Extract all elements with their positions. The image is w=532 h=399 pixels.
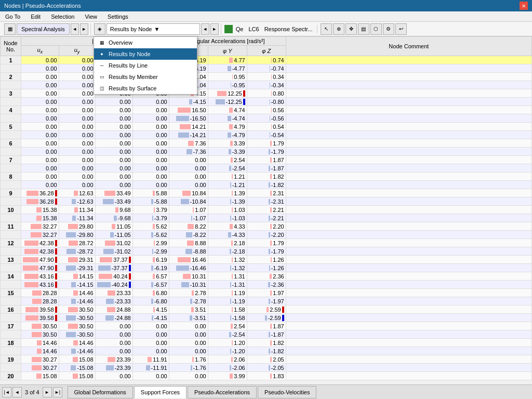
page-next-btn[interactable]: ► bbox=[43, 387, 52, 397]
tab-pseudo-velocities[interactable]: Pseudo-Velocities bbox=[258, 386, 316, 398]
table-cell-r2: 7.36 bbox=[169, 139, 208, 148]
data-table-container: NodeNo. |u| Angular Accelerations [rad/s… bbox=[0, 36, 532, 384]
close-button[interactable]: ✕ bbox=[520, 2, 528, 10]
table-cell-r1: 0.00 bbox=[21, 106, 59, 114]
table-cell-r1: 0.00 bbox=[95, 106, 132, 114]
table-cell-r1: 14.15 bbox=[59, 272, 95, 281]
table-cell-r1: -3.79 bbox=[132, 214, 169, 222]
table-cell-r2: 4.79 bbox=[208, 123, 247, 131]
table-cell-r1: 47.90 bbox=[21, 264, 59, 272]
table-cell-r2: -0.54 bbox=[247, 131, 286, 139]
node-number: 8 bbox=[1, 172, 21, 181]
cursor-icon[interactable]: ↖ bbox=[321, 23, 332, 35]
table-cell-r1: 0.00 bbox=[95, 181, 132, 189]
table-cell-comment bbox=[286, 347, 531, 355]
table-cell-r2: -1.79 bbox=[247, 247, 286, 256]
results-section: ◈ Results by Node ▼ ◄ ► bbox=[92, 23, 221, 35]
dropdown-overview[interactable]: ▦ Overview bbox=[94, 37, 197, 48]
spectral-label[interactable]: Spectral Analysis bbox=[17, 23, 70, 35]
header-uy: uy bbox=[59, 46, 95, 56]
pan-icon[interactable]: ✥ bbox=[345, 23, 357, 35]
table-cell-r1: 6.57 bbox=[132, 272, 169, 281]
tab-support-forces[interactable]: Support Forces bbox=[134, 386, 187, 398]
table-cell-r2: -1.76 bbox=[169, 364, 208, 372]
table-cell-r2: 10.31 bbox=[169, 272, 208, 281]
node-number: 3 bbox=[1, 89, 21, 98]
table-cell-comment bbox=[286, 98, 531, 106]
table-cell-r1: 15.08 bbox=[21, 372, 59, 380]
node-icon: ● bbox=[98, 50, 105, 58]
header-node-no: NodeNo. bbox=[1, 37, 21, 56]
table-cell-r2: 2.05 bbox=[247, 355, 286, 364]
table-cell-r1: 0.00 bbox=[59, 98, 95, 106]
table-cell-r1: -29.80 bbox=[59, 231, 95, 239]
table-cell-r1: 0.00 bbox=[21, 73, 59, 81]
table-cell-r1: 32.27 bbox=[21, 231, 59, 239]
table-cell-r1: 0.00 bbox=[21, 181, 59, 189]
spectral-section: ▦ Spectral Analysis ◄ ► bbox=[2, 23, 91, 35]
table-cell-r1: 23.39 bbox=[95, 355, 132, 364]
table-cell-comment bbox=[286, 355, 531, 364]
settings-icon[interactable]: ⚙ bbox=[383, 23, 394, 35]
spectral-next[interactable]: ► bbox=[80, 23, 88, 35]
table-cell-r1: 0.00 bbox=[59, 56, 95, 64]
menu-edit[interactable]: Edit bbox=[28, 13, 44, 20]
results-dropdown-btn[interactable]: Results by Node ▼ bbox=[107, 23, 200, 35]
export-icon[interactable]: ⬡ bbox=[370, 23, 382, 35]
node-number: 18 bbox=[1, 339, 21, 347]
table-cell-r1: 23.33 bbox=[95, 289, 132, 297]
dropdown-member-label: Results by Member bbox=[109, 74, 158, 80]
table-cell-r2: -1.31 bbox=[208, 281, 247, 289]
table-cell-comment bbox=[286, 81, 531, 89]
node-number: 14 bbox=[1, 272, 21, 281]
table-icon[interactable]: ▤ bbox=[358, 23, 369, 35]
menu-goto[interactable]: Go To bbox=[2, 13, 23, 20]
table-cell-r2: 1.83 bbox=[247, 372, 286, 380]
page-prev-btn[interactable]: ◄ bbox=[12, 387, 22, 397]
results-next[interactable]: ► bbox=[210, 23, 219, 35]
dropdown-results-member[interactable]: ▭ Results by Member bbox=[94, 71, 197, 83]
table-cell-r2: 8.88 bbox=[169, 239, 208, 247]
table-cell-r1: 0.00 bbox=[95, 322, 132, 330]
table-cell-r1: 28.72 bbox=[59, 239, 95, 247]
table-cell-r2: -3.51 bbox=[169, 314, 208, 322]
table-cell-r2: 2.78 bbox=[169, 289, 208, 297]
dropdown-results-node[interactable]: ● Results by Node bbox=[94, 48, 197, 60]
table-cell-r1: 0.00 bbox=[132, 347, 169, 355]
table-cell-comment bbox=[286, 114, 531, 123]
table-cell-r1: 0.00 bbox=[132, 139, 169, 148]
table-cell-comment bbox=[286, 264, 531, 272]
dropdown-results-surface[interactable]: ◫ Results by Surface bbox=[94, 83, 197, 94]
results-prev[interactable]: ◄ bbox=[201, 23, 209, 35]
node-number: 16 bbox=[1, 305, 21, 314]
dropdown-results-line[interactable]: ─ Results by Line bbox=[94, 60, 197, 71]
table-cell-r1: 36.28 bbox=[21, 197, 59, 206]
table-cell-r2: -12.25 bbox=[208, 98, 247, 106]
table-cell-r2: -2.21 bbox=[247, 214, 286, 222]
page-last-btn[interactable]: ►| bbox=[53, 387, 62, 397]
table-cell-comment bbox=[286, 156, 531, 164]
table-cell-r1: 0.00 bbox=[21, 89, 59, 98]
node-number: 7 bbox=[1, 156, 21, 164]
table-cell-comment bbox=[286, 131, 531, 139]
menu-selection[interactable]: Selection bbox=[48, 13, 77, 20]
table-cell-r1: 0.00 bbox=[132, 156, 169, 164]
table-cell-r2: 2.06 bbox=[208, 355, 247, 364]
menu-view[interactable]: View bbox=[82, 13, 100, 20]
tab-pseudo-accelerations[interactable]: Pseudo-Accelerations bbox=[188, 386, 257, 398]
menu-settings[interactable]: Settings bbox=[104, 13, 131, 20]
page-first-btn[interactable]: |◄ bbox=[2, 387, 11, 397]
table-cell-r1: 0.00 bbox=[21, 139, 59, 148]
table-cell-r2: 4.77 bbox=[208, 56, 247, 64]
header-comment: Node Comment bbox=[286, 37, 531, 56]
tab-global-deformations[interactable]: Global Deformations bbox=[68, 386, 133, 398]
table-cell-r2: -0.56 bbox=[247, 114, 286, 123]
table-cell-r2: 0.56 bbox=[247, 106, 286, 114]
results-dropdown-menu: ▦ Overview ● Results by Node ─ Results b… bbox=[94, 36, 197, 95]
table-cell-r2: 2.18 bbox=[208, 239, 247, 247]
table-cell-r1: 0.00 bbox=[132, 339, 169, 347]
header-phi-z: φ Z bbox=[247, 46, 286, 56]
zoom-icon[interactable]: ⊕ bbox=[333, 23, 344, 35]
spectral-prev[interactable]: ◄ bbox=[71, 23, 79, 35]
print-icon[interactable]: ↩ bbox=[395, 23, 407, 35]
